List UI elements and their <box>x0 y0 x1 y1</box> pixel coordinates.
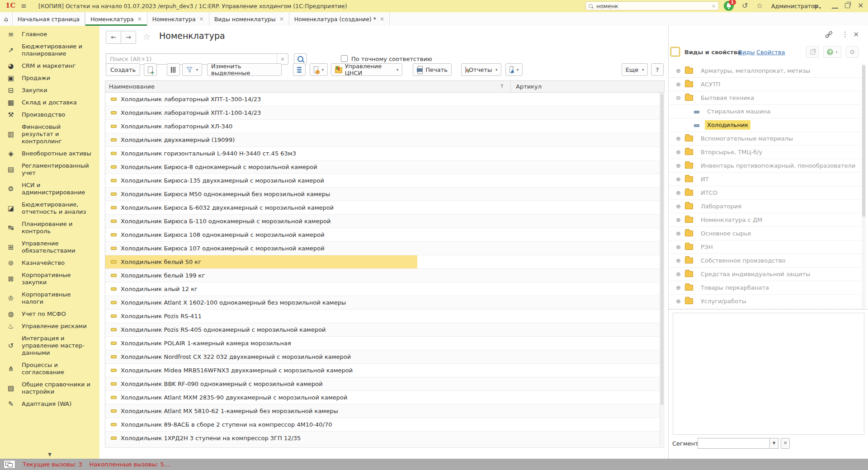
sidebar-item-adaptation[interactable]: ✎ Адаптация (WA) <box>0 399 99 409</box>
panel-settings-button[interactable]: ⚙ <box>846 46 859 58</box>
copy-view-button[interactable] <box>806 46 819 58</box>
home-tab-icon[interactable]: ⌂ <box>0 12 12 26</box>
tab-home-page[interactable]: Начальная страница <box>12 12 85 26</box>
print-button[interactable]: Печать <box>413 63 452 76</box>
collapse-panel-chevron-icon[interactable]: ▼ <box>0 452 99 457</box>
segment-input[interactable] <box>698 438 770 449</box>
table-row[interactable]: Холодильник Pozis RS-411 <box>105 310 664 323</box>
tree-item[interactable]: ⊕ ИТСО <box>669 186 863 200</box>
table-row[interactable]: Холодильник Atlant МХ 5810-62 1-камерный… <box>105 404 664 418</box>
sidebar-item-risks[interactable]: ♨ Управление рисками <box>0 321 99 331</box>
sidebar-item-admin-gear[interactable]: ⚙ НСИ и администрирование <box>0 180 99 197</box>
tree-item[interactable]: ⊕ Товары перкарбаната <box>669 281 863 295</box>
expand-icon[interactable]: ⊕ <box>676 230 682 237</box>
table-row[interactable]: Холодильник Pozis RS-405 однокамерный с … <box>105 323 664 337</box>
tab-close-icon[interactable]: × <box>380 16 384 22</box>
more-options-icon[interactable]: ⋮ <box>842 30 849 38</box>
sidebar-item-assets[interactable]: ◈ Внеоборотные активы <box>0 149 99 159</box>
table-row[interactable]: Холодильник Atlant X 1602-100 однокамерн… <box>105 296 664 310</box>
tab[interactable]: Виды номенклатуры × <box>209 12 289 26</box>
create-by-copy-button[interactable] <box>144 63 157 76</box>
sidebar-item-budget-planning[interactable]: ↗ Бюджетирование и планирование <box>0 42 99 59</box>
table-row[interactable]: Холодильник Nordfrost CX 322 032 двухкам… <box>105 350 664 364</box>
current-user[interactable]: Администратор <box>771 3 818 9</box>
sidebar-item-sales[interactable]: ▣ Продажи <box>0 73 99 83</box>
sidebar-item-settings-book[interactable]: ▧ Общие справочники и настройки <box>0 380 99 397</box>
expand-icon[interactable]: ⊕ <box>676 284 682 291</box>
column-article[interactable]: Артикул <box>510 81 542 92</box>
table-row[interactable]: Холодильник лабораторный ХПТ-1-100-14/23 <box>105 106 664 120</box>
tab[interactable]: Номенклатура (создание) * × <box>289 12 390 26</box>
tree-item[interactable]: ⊖ Бытовая техника <box>669 91 863 105</box>
tab-close-icon[interactable]: × <box>137 16 142 22</box>
segment-dropdown-button[interactable]: ▼ <box>769 438 778 449</box>
favorites-star-icon[interactable]: ☆ <box>756 2 763 10</box>
sidebar-item-corp-taxes[interactable]: ♔ Корпоративные налоги <box>0 290 99 307</box>
table-row[interactable]: Холодильник горизонтальный L-9440 Н-3440… <box>105 147 664 160</box>
list-scrollbar[interactable] <box>660 93 665 446</box>
create-button[interactable]: Создать <box>106 63 140 76</box>
filter-button[interactable]: ▾ <box>182 63 202 76</box>
sidebar-item-processes[interactable]: ⋔ Процессы и согласование <box>0 360 99 377</box>
table-row[interactable]: Холодильник Midea MRB516WFNX3 двухкамерн… <box>105 364 664 377</box>
tree-item[interactable]: ⊕ Лаборатория <box>669 200 863 213</box>
main-menu-icon[interactable]: ≡ <box>21 2 27 10</box>
tree-item[interactable]: ⊕ Услуги/работы <box>669 295 863 308</box>
expand-icon[interactable]: ⊕ <box>676 216 682 223</box>
sidebar-item-corp-purchases[interactable]: ⊠ Корпоративные закупки <box>0 270 99 287</box>
table-row[interactable]: Холодильник Atlant МХМ 2835-90 двухкамер… <box>105 391 664 404</box>
table-row[interactable]: Холодильник 1ХРД2Н 3 ступени на компресс… <box>105 432 664 445</box>
tab[interactable]: Номенклатура × <box>85 12 147 26</box>
tree-item[interactable]: ⊕ Номенклатура с ДМ <box>669 213 863 227</box>
sidebar-item-menu[interactable]: ≡ Главное <box>0 29 99 39</box>
clear-search-icon[interactable]: × <box>277 54 288 64</box>
close-window-button[interactable]: × <box>858 1 863 9</box>
related-documents-button[interactable] <box>293 63 306 76</box>
expand-icon[interactable]: ⊕ <box>676 298 682 305</box>
tree-item[interactable]: Холодильник <box>669 118 863 132</box>
tree-item[interactable]: ⊕ Инвентарь противопожарный, пенообразов… <box>669 159 863 173</box>
global-search-input[interactable]: × <box>585 1 719 10</box>
table-row[interactable]: Холодильник Бирюса-135 двухкамерный с мо… <box>105 174 664 188</box>
table-row[interactable]: Холодильник Бирюса-8 однокамерный с моро… <box>105 160 664 174</box>
tree-scrollbar[interactable] <box>862 64 866 309</box>
table-row[interactable]: Холодильник BBK RF-090 однокамерный с мо… <box>105 377 664 391</box>
expand-icon[interactable]: ⊕ <box>676 81 682 88</box>
tab-close-icon[interactable]: × <box>199 16 204 22</box>
sidebar-item-finance[interactable]: ▥ Финансовый результат и контроллинг <box>0 122 99 146</box>
clear-search-icon[interactable]: × <box>712 3 716 9</box>
expand-icon[interactable]: ⊕ <box>676 257 682 264</box>
expand-icon[interactable]: ⊖ <box>676 94 682 101</box>
table-row[interactable]: Холодильник Бирюса Б-110 однокамерный с … <box>105 215 664 228</box>
column-name[interactable]: Наименование <box>109 83 155 90</box>
add-view-button[interactable]: +▾ <box>823 46 841 58</box>
more-button[interactable]: Еще▾ <box>622 63 648 76</box>
table-row[interactable]: Холодильник (30410) <box>105 445 664 447</box>
table-row[interactable]: Холодильник POLAIR 1-камерный камера мор… <box>105 337 664 350</box>
table-row[interactable]: Холодильник Бирюса М50 однокамерный без … <box>105 188 664 201</box>
table-row[interactable]: Холодильник алый 12 кг <box>105 282 664 296</box>
tree-item[interactable]: ⊕ Вторсырье, ТМЦ-б/у <box>669 146 863 159</box>
back-button[interactable]: ← <box>106 31 121 44</box>
table-row[interactable]: Холодильник Бирюса 108 однокамерный с мо… <box>105 228 664 242</box>
performance-monitor-icon[interactable] <box>4 460 15 469</box>
add-favorite-star-icon[interactable]: ☆ <box>143 32 151 42</box>
sidebar-item-crm[interactable]: ◕ CRM и маркетинг <box>0 61 99 71</box>
sidebar-item-warehouse[interactable]: ▦ Склад и доставка <box>0 98 99 108</box>
tree-item[interactable]: ⊕ Основное сырье <box>669 227 863 240</box>
table-row[interactable]: Холодильник двухкамерный (19099) <box>105 133 664 147</box>
restore-button[interactable] <box>845 3 850 8</box>
table-header[interactable]: Наименование ↑ Артикул <box>105 80 665 93</box>
table-row[interactable]: Холодильник Бирюса Б-6032 двухкамерный с… <box>105 201 664 215</box>
expand-icon[interactable]: ⊕ <box>676 162 682 169</box>
tree-item[interactable]: ⊕ Вспомогательные материалы <box>669 132 863 146</box>
exact-match-checkbox[interactable] <box>341 55 348 62</box>
sidebar-item-production[interactable]: ⚒ Производство <box>0 110 99 120</box>
sidebar-item-integration[interactable]: ↺ Интеграция и управление мастер-данными <box>0 334 99 358</box>
expand-icon[interactable]: ⊕ <box>676 149 682 155</box>
sidebar-item-ifrs[interactable]: ◍ Учет по МСФО <box>0 309 99 319</box>
expand-icon[interactable]: ⊕ <box>676 67 682 74</box>
tree-item[interactable]: ⊕ РЭН <box>669 240 863 254</box>
sidebar-item-purchases[interactable]: ⊟ Закупки <box>0 85 99 95</box>
tab[interactable]: Номенклатура × <box>147 12 209 26</box>
